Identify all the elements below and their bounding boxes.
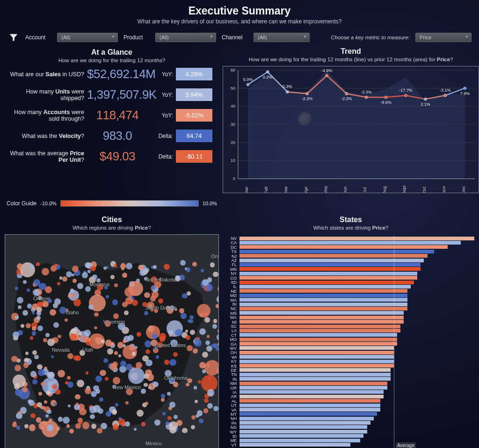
- city-dot[interactable]: [100, 370, 106, 376]
- city-dot[interactable]: [164, 264, 170, 270]
- state-bar-row[interactable]: [240, 381, 474, 385]
- city-dot[interactable]: [59, 276, 63, 280]
- state-bar-row[interactable]: [240, 333, 474, 337]
- state-bar-row[interactable]: [240, 324, 474, 328]
- city-dot[interactable]: [182, 293, 187, 298]
- city-dot[interactable]: [73, 299, 81, 306]
- city-dot[interactable]: [36, 262, 39, 266]
- city-dot[interactable]: [199, 328, 206, 335]
- account-select[interactable]: (All): [57, 33, 118, 42]
- city-dot[interactable]: [212, 324, 217, 328]
- city-dot[interactable]: [144, 311, 148, 315]
- city-dot[interactable]: [134, 428, 137, 431]
- state-bar-row[interactable]: [240, 302, 474, 306]
- city-dot[interactable]: [169, 359, 176, 366]
- city-dot[interactable]: [202, 279, 209, 286]
- city-dot[interactable]: [18, 305, 22, 309]
- city-dot[interactable]: [30, 371, 37, 377]
- city-dot[interactable]: [175, 329, 182, 336]
- city-dot[interactable]: [63, 417, 70, 424]
- city-dot[interactable]: [54, 264, 58, 267]
- city-dot[interactable]: [95, 389, 100, 394]
- city-dot[interactable]: [113, 313, 119, 319]
- city-dot[interactable]: [194, 339, 202, 347]
- city-dot[interactable]: [67, 376, 71, 380]
- city-dot[interactable]: [68, 405, 71, 407]
- city-dot[interactable]: [217, 334, 219, 340]
- city-dot[interactable]: [144, 383, 148, 387]
- city-dot[interactable]: [68, 294, 72, 298]
- city-dot[interactable]: [202, 369, 206, 373]
- city-dot[interactable]: [29, 424, 36, 431]
- city-dot[interactable]: [86, 371, 88, 374]
- city-dot[interactable]: [37, 364, 43, 370]
- state-bar-row[interactable]: [240, 372, 474, 376]
- city-dot[interactable]: [169, 402, 175, 407]
- city-dot[interactable]: [113, 377, 120, 384]
- state-bar-row[interactable]: [240, 355, 474, 359]
- city-dot[interactable]: [106, 411, 111, 417]
- city-dot[interactable]: [94, 312, 98, 317]
- city-dot[interactable]: [23, 362, 29, 368]
- product-select[interactable]: (All): [155, 33, 216, 42]
- city-dot[interactable]: [32, 379, 37, 384]
- state-bar-row[interactable]: [240, 276, 474, 280]
- city-dot[interactable]: [67, 382, 73, 388]
- city-dot[interactable]: [197, 410, 203, 416]
- city-dot[interactable]: [187, 345, 193, 351]
- city-dot[interactable]: [125, 401, 129, 405]
- city-dot[interactable]: [93, 405, 100, 412]
- city-dot[interactable]: [54, 403, 57, 405]
- city-dot[interactable]: [199, 362, 206, 369]
- city-dot[interactable]: [76, 403, 79, 405]
- city-dot[interactable]: [13, 375, 26, 388]
- city-dot[interactable]: [110, 275, 115, 279]
- city-dot[interactable]: [190, 330, 195, 335]
- city-dot[interactable]: [112, 361, 118, 367]
- city-dot[interactable]: [67, 353, 73, 359]
- city-dot[interactable]: [123, 340, 126, 343]
- state-bar-row[interactable]: [240, 398, 474, 403]
- state-bar-row[interactable]: [240, 403, 474, 407]
- city-dot[interactable]: [32, 311, 35, 314]
- city-dot[interactable]: [45, 333, 50, 337]
- state-bar-row[interactable]: [240, 385, 474, 390]
- city-dot[interactable]: [105, 340, 112, 346]
- city-dot[interactable]: [128, 368, 144, 383]
- city-dot[interactable]: [152, 333, 158, 339]
- city-dot[interactable]: [66, 271, 72, 277]
- city-dot[interactable]: [186, 383, 189, 387]
- state-bar-row[interactable]: [240, 416, 474, 420]
- city-dot[interactable]: [203, 408, 209, 413]
- city-dot[interactable]: [107, 348, 113, 354]
- city-dot[interactable]: [30, 413, 35, 418]
- city-dot[interactable]: [36, 316, 41, 320]
- city-dot[interactable]: [216, 304, 219, 308]
- state-bar-row[interactable]: [240, 359, 474, 363]
- city-dot[interactable]: [211, 344, 216, 348]
- city-dot[interactable]: [201, 269, 204, 272]
- city-dot[interactable]: [72, 266, 79, 272]
- city-dot[interactable]: [126, 263, 132, 269]
- city-dot[interactable]: [115, 403, 118, 406]
- channel-select[interactable]: (All): [254, 33, 310, 42]
- city-dot[interactable]: [187, 378, 192, 383]
- state-bar-row[interactable]: [240, 350, 474, 354]
- city-dot[interactable]: [81, 336, 88, 343]
- city-dot[interactable]: [207, 389, 215, 397]
- city-dot[interactable]: [186, 267, 190, 272]
- city-dot[interactable]: [43, 301, 49, 307]
- city-dot[interactable]: [24, 424, 29, 428]
- city-dot[interactable]: [47, 425, 53, 431]
- city-dot[interactable]: [161, 398, 165, 402]
- city-dot[interactable]: [180, 260, 186, 266]
- city-dot[interactable]: [207, 403, 213, 409]
- city-dot[interactable]: [153, 265, 157, 269]
- city-dot[interactable]: [53, 322, 59, 328]
- city-dot[interactable]: [17, 297, 23, 303]
- city-dot[interactable]: [199, 419, 203, 423]
- state-bar-row[interactable]: [240, 267, 474, 271]
- state-bar-row[interactable]: [240, 240, 474, 245]
- state-bar-row[interactable]: [240, 245, 474, 249]
- state-bar-row[interactable]: [240, 328, 474, 332]
